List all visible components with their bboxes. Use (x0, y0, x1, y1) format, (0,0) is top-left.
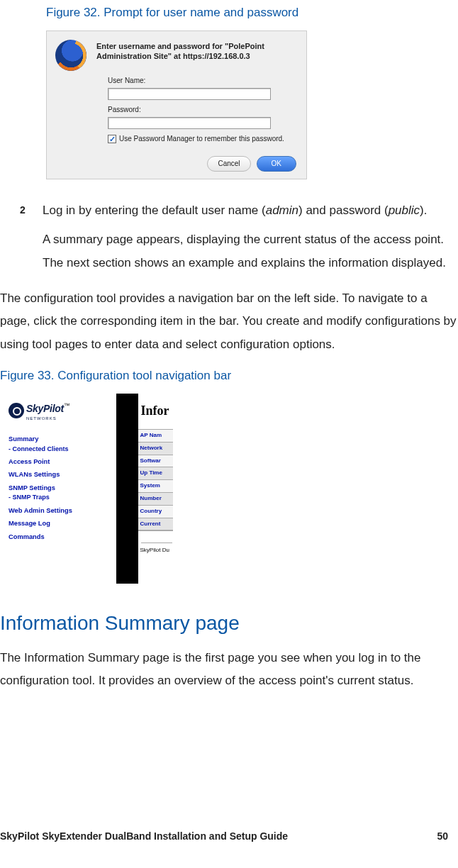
step-instruction: Log in by entering the default user name… (43, 201, 427, 220)
black-divider (116, 394, 138, 584)
firefox-icon (55, 40, 86, 71)
nav-wlans[interactable]: WLANs Settings (9, 470, 113, 479)
row-uptime: Up Time (138, 467, 173, 480)
row-network: Network (138, 443, 173, 455)
password-label: Password: (108, 104, 298, 116)
row-country: Country (138, 506, 173, 518)
figure-33-caption: Figure 33. Configuration tool navigation… (0, 366, 458, 385)
info-summary-paragraph: The Information Summary page is the firs… (0, 647, 458, 693)
step-followup: A summary page appears, displaying the c… (43, 228, 458, 274)
username-input[interactable] (108, 88, 271, 100)
info-table-cropped: AP Nam Network Softwar Up Time System Nu… (138, 429, 173, 531)
footer-cropped: SkyPilot Du (138, 543, 173, 558)
footer-title: SkyPilot SkyExtender DualBand Installati… (0, 828, 288, 844)
row-current: Current (138, 518, 173, 531)
nav-message-log[interactable]: Message Log (9, 519, 113, 528)
nav-summary[interactable]: Summary (9, 435, 113, 444)
cancel-button[interactable]: Cancel (207, 156, 250, 172)
username-label: User Name: (108, 75, 298, 87)
ok-button[interactable]: OK (257, 156, 296, 172)
nav-bar-figure: SkyPilot™ NETWORKS Summary - Connected C… (6, 394, 173, 584)
nav-commands[interactable]: Commands (9, 533, 113, 542)
step-number: 2 (20, 202, 43, 218)
row-ap-name: AP Nam (138, 430, 173, 443)
dialog-message: Enter username and password for "PolePoi… (96, 41, 299, 62)
auth-dialog: Enter username and password for "PolePoi… (46, 30, 307, 179)
figure-32-caption: Figure 32. Prompt for user name and pass… (46, 3, 458, 22)
password-input[interactable] (108, 117, 271, 129)
content-title-cropped: Infor (138, 394, 173, 428)
nav-web-admin[interactable]: Web Admin Settings (9, 506, 113, 516)
row-number: Number (138, 493, 173, 506)
nav-access-point[interactable]: Access Point (9, 457, 113, 467)
remember-checkbox[interactable]: ✓ (108, 135, 116, 143)
remember-label: Use Password Manager to remember this pa… (119, 133, 284, 145)
nav-snmp-traps[interactable]: - SNMP Traps (9, 493, 113, 501)
nav-connected-clients[interactable]: - Connected Clients (9, 445, 113, 453)
logo-pin-icon (9, 403, 24, 418)
page-number: 50 (437, 828, 448, 844)
skypilot-logo: SkyPilot™ NETWORKS (6, 394, 116, 428)
nav-snmp[interactable]: SNMP Settings (9, 484, 113, 493)
row-software: Softwar (138, 455, 173, 468)
section-heading: Information Summary page (0, 608, 458, 640)
nav-description: The configuration tool provides a naviga… (0, 287, 458, 356)
row-system: System (138, 480, 173, 493)
